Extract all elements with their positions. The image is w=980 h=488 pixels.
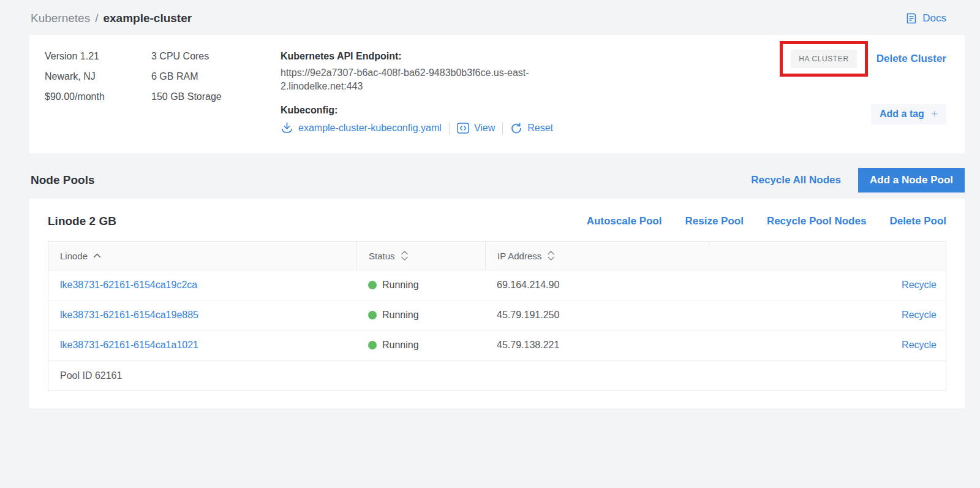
pool-header: Linode 2 GB Autoscale Pool Resize Pool R…: [48, 215, 946, 228]
docs-label: Docs: [922, 12, 946, 25]
kubeconfig-label: Kubeconfig:: [281, 105, 557, 116]
status-column-label: Status: [369, 251, 395, 261]
summary-right-column: HA CLUSTER Delete Cluster Add a tag +: [780, 51, 946, 137]
table-row: lke38731-62161-6154ca1a1021 Running 45.7…: [48, 330, 946, 360]
node-link[interactable]: lke38731-62161-6154ca19c2ca: [60, 280, 197, 290]
nodes-table-header: Linode Status IP Address: [48, 242, 946, 270]
pool-name: Linode 2 GB: [48, 215, 587, 228]
chevron-up-down-icon: [547, 250, 555, 261]
add-tag-button[interactable]: Add a tag +: [871, 104, 946, 124]
spec-storage: 150 GB Storage: [151, 91, 281, 102]
table-row: lke38731-62161-6154ca19c2ca Running 69.1…: [48, 270, 946, 300]
download-icon: [281, 121, 293, 134]
code-brackets-icon: [457, 123, 469, 134]
add-tag-label: Add a tag: [880, 109, 924, 120]
breadcrumb-separator: /: [95, 12, 98, 25]
recycle-node-button[interactable]: Recycle: [902, 310, 937, 320]
spec-ram: 6 GB RAM: [151, 71, 281, 82]
ha-cluster-badge: HA CLUSTER: [791, 50, 856, 68]
add-node-pool-button[interactable]: Add a Node Pool: [858, 168, 965, 193]
node-pools-header: Node Pools Recycle All Nodes Add a Node …: [31, 168, 965, 193]
delete-pool-button[interactable]: Delete Pool: [889, 215, 946, 227]
breadcrumb-kubernetes-link[interactable]: Kubernetes: [31, 12, 90, 25]
refresh-icon: [510, 122, 522, 134]
recycle-pool-nodes-button[interactable]: Recycle Pool Nodes: [767, 215, 867, 227]
ip-address-column-label: IP Address: [497, 251, 541, 261]
resize-pool-button[interactable]: Resize Pool: [685, 215, 743, 227]
node-ip: 69.164.214.90: [485, 280, 709, 291]
kubeconfig-reset-button[interactable]: Reset: [510, 122, 553, 134]
node-ip: 45.79.191.250: [485, 310, 709, 321]
column-header-ip-address[interactable]: IP Address: [485, 242, 709, 270]
breadcrumb: Kubernetes / example-cluster: [31, 12, 192, 25]
nodes-table: Linode Status IP Address: [48, 241, 946, 391]
spec-cpu: 3 CPU Cores: [151, 51, 281, 62]
cluster-specs: Version 1.21 Newark, NJ $90.00/month 3 C…: [45, 51, 281, 137]
status-dot-running: [368, 281, 377, 289]
pool-id-footer: Pool ID 62161: [48, 360, 946, 391]
docs-link[interactable]: Docs: [905, 12, 946, 25]
api-endpoint-url: https://9e2a7307-b6ac-408f-ba62-9483b0b3…: [281, 66, 553, 93]
topbar: Kubernetes / example-cluster Docs: [0, 0, 980, 35]
spec-version: Version 1.21: [45, 51, 151, 62]
status-dot-running: [368, 341, 377, 349]
status-label: Running: [382, 340, 419, 351]
status-dot-running: [368, 311, 377, 319]
status-label: Running: [382, 280, 419, 291]
autoscale-pool-button[interactable]: Autoscale Pool: [587, 215, 662, 227]
linode-column-label: Linode: [60, 251, 88, 261]
node-link[interactable]: lke38731-62161-6154ca1a1021: [60, 340, 198, 350]
column-header-status[interactable]: Status: [356, 242, 485, 270]
column-header-linode[interactable]: Linode: [48, 242, 356, 270]
recycle-all-nodes-button[interactable]: Recycle All Nodes: [751, 174, 841, 186]
docs-icon: [905, 12, 918, 25]
cluster-summary-card: Version 1.21 Newark, NJ $90.00/month 3 C…: [29, 35, 965, 153]
pool-actions: Autoscale Pool Resize Pool Recycle Pool …: [587, 215, 946, 227]
column-header-actions: [709, 242, 946, 270]
ha-cluster-highlight-box: HA CLUSTER: [780, 41, 867, 77]
api-endpoint-label: Kubernetes API Endpoint:: [281, 51, 557, 62]
node-ip: 45.79.138.221: [485, 340, 709, 351]
table-row: lke38731-62161-6154ca19e885 Running 45.7…: [48, 300, 946, 330]
chevron-up-icon: [93, 253, 101, 258]
divider: [449, 122, 450, 134]
spec-price: $90.00/month: [45, 91, 151, 102]
chevron-up-down-icon: [401, 250, 409, 261]
delete-cluster-button[interactable]: Delete Cluster: [876, 53, 946, 65]
api-endpoint-block: Kubernetes API Endpoint: https://9e2a730…: [281, 51, 557, 137]
kubeconfig-view-button[interactable]: View: [457, 123, 495, 134]
kubeconfig-actions: example-cluster-kubeconfig.yaml View: [281, 121, 557, 134]
kubeconfig-filename: example-cluster-kubeconfig.yaml: [298, 123, 442, 134]
kubeconfig-download-link[interactable]: example-cluster-kubeconfig.yaml: [281, 121, 442, 134]
divider: [502, 122, 503, 134]
node-link[interactable]: lke38731-62161-6154ca19e885: [60, 310, 198, 320]
status-label: Running: [382, 310, 419, 321]
reset-label: Reset: [527, 123, 553, 134]
view-label: View: [474, 123, 495, 134]
recycle-node-button[interactable]: Recycle: [902, 340, 937, 350]
node-pools-title: Node Pools: [31, 173, 751, 187]
node-pool-card: Linode 2 GB Autoscale Pool Resize Pool R…: [29, 199, 965, 408]
spec-region: Newark, NJ: [45, 71, 151, 82]
breadcrumb-current-cluster: example-cluster: [103, 12, 192, 25]
plus-icon: +: [931, 110, 938, 118]
recycle-node-button[interactable]: Recycle: [902, 280, 937, 290]
